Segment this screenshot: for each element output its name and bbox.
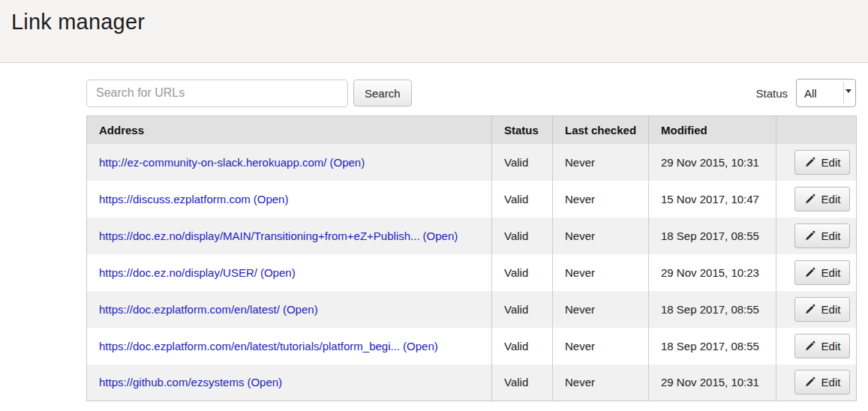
edit-button[interactable]: Edit — [794, 260, 851, 285]
last-checked-cell: Never — [553, 218, 649, 254]
edit-button-label: Edit — [821, 156, 841, 169]
last-checked-cell: Never — [553, 364, 649, 401]
page-title: Link manager — [11, 10, 868, 34]
last-checked-cell: Never — [553, 254, 649, 291]
header-last-checked: Last checked — [553, 116, 649, 144]
url-link[interactable]: https://github.com/ezsystems — [99, 376, 244, 388]
modified-cell: 29 Nov 2015, 10:31 — [649, 144, 776, 181]
address-cell: http://ez-community-on-slack.herokuapp.c… — [87, 144, 492, 181]
open-link[interactable]: (Open) — [403, 340, 438, 352]
table-row: https://doc.ez.no/display/MAIN/Transitio… — [87, 218, 857, 254]
open-link[interactable]: (Open) — [423, 230, 458, 242]
last-checked-cell: Never — [553, 328, 649, 364]
open-link[interactable]: (Open) — [254, 193, 289, 206]
page-header: Link manager — [0, 0, 868, 63]
edit-button[interactable]: Edit — [794, 370, 851, 394]
status-cell: Valid — [492, 328, 553, 364]
edit-button-label: Edit — [821, 376, 841, 388]
header-address: Address — [87, 116, 492, 144]
toolbar: Search Status All — [86, 79, 856, 107]
pencil-icon — [804, 157, 815, 168]
pencil-icon — [804, 267, 815, 278]
header-actions — [776, 116, 857, 144]
table-row: https://doc.ezplatform.com/en/latest/tut… — [87, 328, 857, 364]
edit-cell: Edit — [776, 254, 857, 291]
edit-button[interactable]: Edit — [794, 187, 851, 212]
last-checked-cell: Never — [553, 181, 649, 218]
edit-button[interactable]: Edit — [794, 150, 851, 175]
search-button[interactable]: Search — [353, 80, 412, 106]
pencil-icon — [804, 230, 815, 242]
open-link[interactable]: (Open) — [260, 266, 296, 279]
status-filter-label: Status — [755, 87, 788, 100]
status-cell: Valid — [492, 218, 553, 254]
address-cell: https://doc.ezplatform.com/en/latest/(Op… — [87, 291, 492, 328]
edit-cell: Edit — [776, 328, 857, 364]
table-row: https://github.com/ezsystems(Open) Valid… — [87, 364, 857, 401]
pencil-icon — [804, 376, 815, 388]
last-checked-cell: Never — [553, 291, 649, 328]
table-body: http://ez-community-on-slack.herokuapp.c… — [87, 144, 857, 401]
table-row: https://discuss.ezplatform.com(Open) Val… — [87, 181, 857, 218]
table-row: https://doc.ez.no/display/USER/(Open) Va… — [87, 254, 857, 291]
edit-cell: Edit — [776, 181, 857, 218]
table-row: https://doc.ezplatform.com/en/latest/(Op… — [87, 291, 857, 328]
url-link[interactable]: https://doc.ezplatform.com/en/latest/ — [99, 303, 280, 316]
edit-button[interactable]: Edit — [794, 334, 851, 358]
address-cell: https://discuss.ezplatform.com(Open) — [87, 181, 492, 218]
url-link[interactable]: https://doc.ez.no/display/USER/ — [99, 266, 257, 279]
url-link[interactable]: https://doc.ez.no/display/MAIN/Transitio… — [99, 230, 420, 242]
table-header: Address Status Last checked Modified — [87, 116, 857, 144]
open-link[interactable]: (Open) — [329, 156, 365, 169]
modified-cell: 18 Sep 2017, 08:55 — [649, 218, 776, 254]
edit-cell: Edit — [776, 218, 857, 254]
address-cell: https://doc.ez.no/display/MAIN/Transitio… — [87, 218, 492, 254]
modified-cell: 18 Sep 2017, 08:55 — [649, 328, 776, 364]
status-cell: Valid — [492, 181, 553, 218]
header-modified: Modified — [649, 116, 776, 144]
url-link[interactable]: https://discuss.ezplatform.com — [99, 193, 251, 206]
edit-button[interactable]: Edit — [794, 224, 851, 248]
status-cell: Valid — [492, 364, 553, 401]
edit-cell: Edit — [776, 291, 857, 328]
table-row: http://ez-community-on-slack.herokuapp.c… — [87, 144, 857, 181]
status-cell: Valid — [492, 254, 553, 291]
links-table: Address Status Last checked Modified htt… — [86, 116, 857, 401]
status-select[interactable]: All — [796, 79, 856, 107]
modified-cell: 29 Nov 2015, 10:31 — [649, 364, 776, 401]
status-select-wrap: All — [796, 79, 856, 107]
url-link[interactable]: https://doc.ezplatform.com/en/latest/tut… — [99, 340, 400, 352]
status-cell: Valid — [492, 291, 553, 328]
edit-cell: Edit — [776, 144, 857, 181]
modified-cell: 18 Sep 2017, 08:55 — [649, 291, 776, 328]
search-input[interactable] — [86, 80, 348, 107]
edit-button-label: Edit — [821, 340, 841, 352]
edit-button-label: Edit — [821, 303, 841, 316]
pencil-icon — [804, 194, 815, 205]
last-checked-cell: Never — [553, 144, 649, 181]
address-cell: https://doc.ezplatform.com/en/latest/tut… — [87, 328, 492, 364]
modified-cell: 15 Nov 2017, 10:47 — [649, 181, 776, 218]
header-status: Status — [492, 116, 553, 144]
open-link[interactable]: (Open) — [247, 376, 282, 388]
content-area: Search Status All Address Status Last ch… — [86, 79, 856, 401]
edit-button[interactable]: Edit — [794, 297, 851, 322]
url-link[interactable]: http://ez-community-on-slack.herokuapp.c… — [99, 156, 326, 169]
edit-button-label: Edit — [821, 193, 841, 206]
edit-button-label: Edit — [821, 230, 841, 242]
pencil-icon — [804, 304, 815, 315]
pencil-icon — [804, 340, 815, 352]
modified-cell: 29 Nov 2015, 10:23 — [649, 254, 776, 291]
status-cell: Valid — [492, 144, 553, 181]
open-link[interactable]: (Open) — [283, 303, 318, 316]
edit-cell: Edit — [776, 364, 857, 401]
address-cell: https://github.com/ezsystems(Open) — [87, 364, 492, 401]
address-cell: https://doc.ez.no/display/USER/(Open) — [87, 254, 492, 291]
edit-button-label: Edit — [821, 266, 841, 279]
